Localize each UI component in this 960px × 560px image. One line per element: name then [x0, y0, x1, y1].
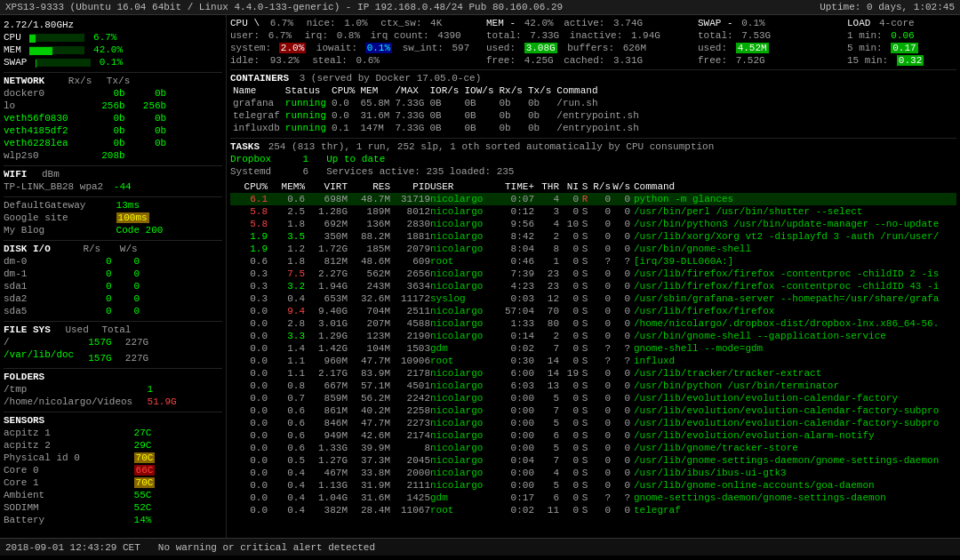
sensors-title: SENSORS [4, 415, 44, 426]
cpu-label: CPU [4, 32, 21, 43]
disk-dm0: dm-0 0 0 [4, 255, 222, 268]
process-row: 0.0 2.8 3.01G 207M 4588 nicolargo 1:33 8… [230, 317, 956, 330]
process-row: 0.0 1.4 1.42G 104M 1503 gdm 0:02 7 0 S ?… [230, 342, 956, 355]
sensor-sodimm: SODIMM 52C [4, 501, 222, 514]
process-row: 0.0 0.6 1.33G 39.9M 8 nicolargo 0:00 5 0… [230, 442, 956, 454]
tasks-title: TASKS [230, 141, 260, 152]
process-row: 6.1 0.6 698M 48.7M 31719 nicolargo 0:07 … [230, 193, 956, 205]
sensor-core0: Core 0 66C [4, 464, 222, 476]
sensor-acpitz2: acpitz 2 29C [4, 439, 222, 452]
title-left: XPS13-9333 (Ubuntu 16.04 64bit / Linux 4… [5, 2, 563, 12]
systemd-row: Systemd 6 Services active: 235 loaded: 2… [230, 165, 956, 178]
mem-bar [29, 47, 52, 55]
right-panel: CPU \ 6.7% nice: 1.0% ctx_sw: 4K user: 6… [227, 15, 960, 538]
myblog-status: Code 200 [116, 225, 164, 236]
swap-stats: SWAP - 0.1% total: 7.53G used: 4.52M fre… [698, 17, 840, 67]
net-veth1: veth56f0830 0b 0b [4, 112, 222, 124]
net-docker0: docker0 0b 0b [4, 87, 222, 100]
wifi-signal: -44 [114, 181, 132, 192]
process-row: 1.9 1.2 1.72G 185M 2079 nicolargo 8:04 8… [230, 243, 956, 255]
containers-section: CONTAINERS 3 (served by Docker 17.05.0-c… [230, 72, 956, 134]
diskio-title: DISK I/O [4, 244, 51, 254]
cpu-freq-label: 2.72/1.80GHz [4, 20, 74, 30]
myblog-label: My Blog [4, 224, 110, 236]
process-row: 0.0 0.7 859M 56.2M 2242 nicolargo 0:00 5… [230, 392, 956, 404]
sensor-ambient: Ambient 55C [4, 489, 222, 501]
wifi-title: WIFI [4, 169, 27, 180]
process-headers: CPU% MEM% VIRT RES PID USER TIME+ THR NI… [230, 181, 956, 192]
google-ms: 100ms [116, 212, 149, 223]
latency-section: DefaultGateway 13ms Google site 100ms My… [4, 199, 222, 236]
folder-videos: /home/nicolargo/Videos 51.9G [4, 396, 222, 408]
containers-title: CONTAINERS [230, 73, 289, 84]
wifi-ssid: TP-LINK_BB28 wpa2 [4, 181, 103, 192]
cpu-section: 2.72/1.80GHz CPU 6.7% MEM 42.0% [4, 19, 222, 68]
swap-bar [36, 60, 36, 68]
process-row: 0.0 0.6 846M 47.7M 2273 nicolargo 0:00 5… [230, 417, 956, 429]
net-lo: lo 256b 256b [4, 100, 222, 112]
swap-pct: 0.1% [100, 57, 123, 68]
process-row: 0.0 0.4 1.04G 31.6M 1425 gdm 0:17 6 0 S … [230, 492, 956, 504]
container-row: grafana running 0.0 65.8M 7.33G 0B 0B 0b… [230, 97, 642, 109]
fs-root: / 157G 227G [4, 336, 222, 348]
mem-label: MEM [4, 44, 21, 55]
cpu-bar [29, 35, 35, 43]
process-row: 0.0 1.1 2.17G 83.9M 2178 nicolargo 6:00 … [230, 367, 956, 380]
filesystem-section: FILE SYS Used Total / 157G 227G /var/lib… [4, 324, 222, 364]
container-row: influxdb running 0.1 147M 7.33G 0B 0B 0b… [230, 122, 642, 134]
process-row: 0.3 0.4 653M 32.6M 11172 syslog 0:03 12 … [230, 292, 956, 305]
alert-message: No warning or critical alert detected [158, 542, 375, 553]
process-row: 0.0 9.4 9.40G 704M 2511 nicolargo 57:04 … [230, 305, 956, 317]
process-row: 0.0 0.8 667M 57.1M 4501 nicolargo 6:03 1… [230, 380, 956, 392]
containers-header: Name Status CPU% MEM /MAX IOR/s IOW/s Rx… [230, 84, 642, 97]
datetime: 2018-09-01 12:43:29 CET [5, 542, 140, 553]
mem-stats: MEM - 42.0% active: 3.74G total: 7.33G i… [486, 17, 691, 67]
process-row: 0.0 0.6 861M 40.2M 2258 nicolargo 0:00 7… [230, 404, 956, 417]
disk-sda5: sda5 0 0 [4, 305, 222, 317]
net-veth2: veth4185df2 0b 0b [4, 124, 222, 137]
containers-subtitle: 3 (served by Docker 17.05.0-ce) [300, 73, 482, 84]
google-label: Google site [4, 212, 110, 224]
load-stats: LOAD 4-core 1 min: 0.06 5 min: 0.17 15 m… [847, 17, 954, 67]
network-title: NETWORK [4, 76, 44, 86]
folder-tmp: /tmp 1 [4, 383, 222, 396]
process-row: 0.0 3.3 1.29G 123M 2190 nicolargo 0:14 2… [230, 330, 956, 342]
tasks-summary: 254 (813 thr), 1 run, 252 slp, 1 oth sor… [268, 141, 715, 152]
fs-docker: /var/lib/docker/aufs 157G 227G [4, 348, 222, 364]
process-row: 0.0 0.4 382M 28.4M 11067 root 0:02 11 0 … [230, 504, 956, 516]
status-bar: 2018-09-01 12:43:29 CET No warning or cr… [0, 538, 960, 556]
gateway-label: DefaultGateway [4, 199, 110, 212]
wifi-section: WIFI dBm TP-LINK_BB28 wpa2 -44 [4, 168, 222, 193]
process-list: 6.1 0.6 698M 48.7M 31719 nicolargo 0:07 … [230, 193, 956, 516]
process-row: 5.8 2.5 1.28G 189M 8012 nicolargo 0:12 3… [230, 205, 956, 218]
sensors-section: SENSORS acpitz 1 27C acpitz 2 29C Physic… [4, 414, 222, 526]
folders-section: FOLDERS /tmp 1 /home/nicolargo/Videos 51… [4, 371, 222, 408]
process-row: 0.3 7.5 2.27G 562M 2656 nicolargo 7:39 2… [230, 268, 956, 280]
top-stats: CPU \ 6.7% nice: 1.0% ctx_sw: 4K user: 6… [230, 17, 956, 67]
net-wlp2s0: wlp2s0 208b [4, 149, 222, 162]
process-row: 0.0 0.5 1.27G 37.3M 2045 nicolargo 0:04 … [230, 454, 956, 467]
process-row: 5.8 1.8 692M 136M 2830 nicolargo 9:56 4 … [230, 218, 956, 230]
sensor-core1: Core 1 70C [4, 476, 222, 489]
sensor-acpitz1: acpitz 1 27C [4, 427, 222, 439]
folders-title: FOLDERS [4, 372, 44, 382]
process-row: 0.0 0.4 1.13G 31.9M 2111 nicolargo 0:00 … [230, 479, 956, 492]
sensor-physid: Physical id 0 70C [4, 452, 222, 464]
network-section: NETWORK Rx/s Tx/s docker0 0b 0b lo 256b … [4, 75, 222, 162]
mem-pct: 42.0% [93, 44, 123, 55]
disk-sda2: sda2 0 0 [4, 292, 222, 305]
cpu-pct: 6.7% [93, 32, 116, 43]
disk-sda1: sda1 0 0 [4, 280, 222, 292]
process-row: 0.0 1.1 960M 47.7M 10906 root 0:30 14 0 … [230, 355, 956, 367]
containers-rows: grafana running 0.0 65.8M 7.33G 0B 0B 0b… [230, 97, 642, 134]
tasks-section: TASKS 254 (813 thr), 1 run, 252 slp, 1 o… [230, 140, 956, 178]
process-row: 0.0 0.6 949M 42.6M 2174 nicolargo 0:00 6… [230, 429, 956, 442]
process-row: 1.9 3.5 350M 88.2M 1881 nicolargo 8:42 2… [230, 230, 956, 243]
title-right: Uptime: 0 days, 1:02:45 [820, 2, 955, 12]
net-veth3: veth6228lea 0b 0b [4, 137, 222, 149]
gateway-ms: 13ms [116, 200, 140, 211]
disk-dm1: dm-1 0 0 [4, 268, 222, 280]
dropbox-row: Dropbox 1 Up to date [230, 153, 956, 165]
left-panel: 2.72/1.80GHz CPU 6.7% MEM 42.0% [0, 15, 227, 538]
containers-table: Name Status CPU% MEM /MAX IOR/s IOW/s Rx… [230, 84, 642, 134]
